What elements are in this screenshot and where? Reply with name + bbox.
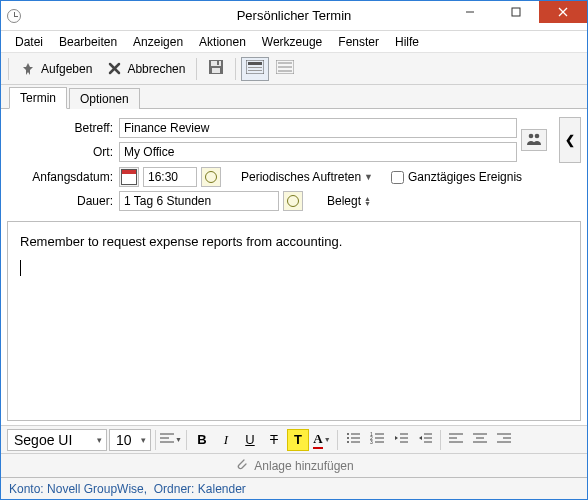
status-folder-value: Kalender — [198, 482, 246, 496]
people-icon — [526, 132, 542, 149]
busy-search-button[interactable] — [521, 129, 547, 151]
collapse-panel-button[interactable]: ❮ — [559, 117, 581, 163]
font-color-icon: A — [313, 431, 322, 449]
align-icon — [160, 432, 174, 447]
numbering-button[interactable]: 123 — [366, 429, 388, 451]
updown-icon: ▲▼ — [364, 196, 371, 206]
text-cursor — [20, 260, 21, 276]
menu-view[interactable]: Anzeigen — [125, 33, 191, 51]
recurrence-label: Periodisches Auftreten — [241, 170, 361, 184]
duration-input[interactable] — [119, 191, 279, 211]
recurrence-dropdown[interactable]: Periodisches Auftreten ▼ — [237, 170, 377, 184]
svg-point-18 — [529, 133, 534, 138]
chevron-left-icon: ❮ — [565, 133, 575, 147]
list-view-icon — [276, 60, 294, 77]
align-left-icon — [449, 432, 463, 447]
align-left-button[interactable] — [445, 429, 467, 451]
allday-checkbox[interactable]: Ganztägiges Ereignis — [391, 170, 522, 184]
bullets-button[interactable] — [342, 429, 364, 451]
indent-icon — [418, 432, 432, 447]
bullets-icon — [346, 432, 360, 447]
font-family-combo[interactable]: Segoe UI ▾ — [7, 429, 107, 451]
cancel-x-icon — [106, 61, 122, 77]
view-list-button[interactable] — [271, 57, 299, 81]
menu-bar: Datei Bearbeiten Anzeigen Aktionen Werkz… — [1, 31, 587, 53]
font-size-combo[interactable]: 10 ▾ — [109, 429, 151, 451]
location-input[interactable] — [119, 142, 517, 162]
status-folder-label: Ordner: — [154, 482, 195, 496]
startdate-label: Anfangsdatum: — [7, 170, 115, 184]
align-right-button[interactable] — [493, 429, 515, 451]
duration-picker-button[interactable] — [283, 191, 303, 211]
allday-checkbox-input[interactable] — [391, 171, 404, 184]
align-button[interactable]: ▼ — [160, 429, 182, 451]
start-time-input[interactable] — [143, 167, 197, 187]
date-picker-button[interactable] — [119, 167, 139, 187]
outdent-button[interactable] — [390, 429, 412, 451]
toolbar-sep-2 — [235, 58, 236, 80]
body-text: Remember to request expense reports from… — [20, 232, 568, 252]
allday-label: Ganztägiges Ereignis — [408, 170, 522, 184]
menu-tools[interactable]: Werkzeuge — [254, 33, 330, 51]
view-detail-button[interactable] — [241, 57, 269, 81]
chevron-down-icon: ▼ — [364, 172, 373, 182]
toolbar-grip — [8, 58, 9, 80]
svg-rect-9 — [217, 61, 219, 65]
menu-file[interactable]: Datei — [7, 33, 51, 51]
menu-edit[interactable]: Bearbeiten — [51, 33, 125, 51]
highlight-button[interactable]: T — [287, 429, 309, 451]
chevron-down-icon-size: ▾ — [141, 435, 146, 445]
window-controls — [447, 1, 587, 30]
tab-appointment[interactable]: Termin — [9, 87, 67, 109]
main-toolbar: Aufgeben Abbrechen — [1, 53, 587, 85]
font-color-button[interactable]: A▼ — [311, 429, 333, 451]
svg-point-25 — [347, 437, 349, 439]
strike-button[interactable]: T — [263, 429, 285, 451]
svg-rect-7 — [211, 61, 221, 66]
post-button[interactable]: Aufgeben — [14, 58, 98, 80]
svg-point-27 — [347, 441, 349, 443]
detail-view-icon — [246, 60, 264, 77]
bold-button[interactable]: B — [191, 429, 213, 451]
align-center-button[interactable] — [469, 429, 491, 451]
chevron-down-icon-font: ▾ — [97, 435, 102, 445]
appointment-form: Betreff: Ort: ❮ Anfangsdatum: Periodisch — [1, 109, 587, 217]
outdent-icon — [394, 432, 408, 447]
font-family-value: Segoe UI — [14, 432, 72, 448]
save-button[interactable] — [202, 57, 230, 81]
italic-button[interactable]: I — [215, 429, 237, 451]
toolbar-sep-1 — [196, 58, 197, 80]
svg-rect-8 — [212, 68, 220, 73]
svg-rect-11 — [248, 62, 262, 65]
location-label: Ort: — [7, 145, 115, 159]
window-titlebar: Persönlicher Termin — [1, 1, 587, 31]
time-picker-button[interactable] — [201, 167, 221, 187]
tab-options[interactable]: Optionen — [69, 88, 140, 109]
window-close-button[interactable] — [539, 1, 587, 23]
indent-button[interactable] — [414, 429, 436, 451]
window-minimize-button[interactable] — [447, 1, 493, 23]
window-maximize-button[interactable] — [493, 1, 539, 23]
svg-text:3: 3 — [370, 439, 373, 444]
format-toolbar: Segoe UI ▾ 10 ▾ ▼ B I U T T A▼ 123 — [1, 425, 587, 453]
tab-bar: Termin Optionen — [1, 85, 587, 109]
menu-help[interactable]: Hilfe — [387, 33, 427, 51]
numbering-icon: 123 — [370, 432, 384, 447]
menu-window[interactable]: Fenster — [330, 33, 387, 51]
calendar-icon — [121, 169, 137, 185]
showas-label: Belegt — [327, 194, 361, 208]
paperclip-icon — [234, 457, 248, 474]
cancel-button-label: Abbrechen — [127, 62, 185, 76]
subject-input[interactable] — [119, 118, 517, 138]
body-textarea[interactable]: Remember to request expense reports from… — [7, 221, 581, 421]
showas-dropdown[interactable]: Belegt ▲▼ — [323, 194, 375, 208]
underline-button[interactable]: U — [239, 429, 261, 451]
svg-rect-1 — [512, 8, 520, 16]
menu-actions[interactable]: Aktionen — [191, 33, 254, 51]
cancel-button[interactable]: Abbrechen — [100, 58, 191, 80]
chevron-down-icon-color: ▼ — [324, 436, 331, 443]
svg-rect-13 — [248, 70, 262, 71]
align-right-icon — [497, 432, 511, 447]
chevron-down-icon-align: ▼ — [175, 436, 182, 443]
attachment-bar[interactable]: Anlage hinzufügen — [1, 453, 587, 477]
